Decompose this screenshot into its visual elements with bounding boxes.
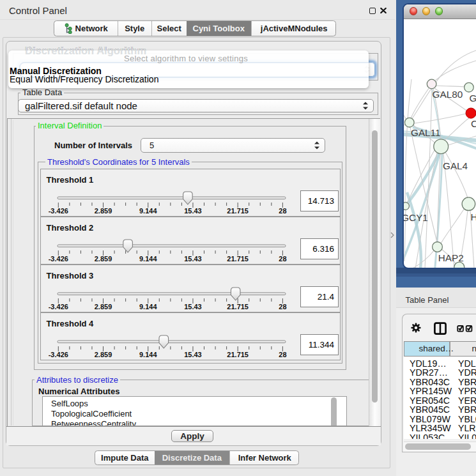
- svg-text:28: 28: [279, 351, 286, 358]
- svg-text:2.859: 2.859: [95, 351, 112, 358]
- svg-text:2.859: 2.859: [95, 303, 112, 311]
- svg-text:-3.426: -3.426: [49, 255, 68, 263]
- svg-text:21.715: 21.715: [227, 303, 249, 311]
- svg-text:-3.426: -3.426: [49, 207, 68, 215]
- svg-text:Threshold 2: Threshold 2: [47, 223, 94, 233]
- svg-text:9.144: 9.144: [139, 303, 157, 311]
- svg-text:28: 28: [279, 207, 286, 215]
- svg-text:9.144: 9.144: [139, 207, 157, 215]
- svg-text:C: C: [471, 118, 476, 128]
- svg-text:GAL11: GAL11: [411, 127, 441, 138]
- svg-text:H: H: [471, 211, 476, 222]
- svg-text:21.715: 21.715: [227, 207, 249, 215]
- svg-text:GAL80: GAL80: [433, 88, 463, 99]
- svg-text:15.43: 15.43: [184, 303, 202, 311]
- svg-text:HAP2: HAP2: [438, 252, 464, 263]
- svg-text:21.715: 21.715: [227, 255, 249, 263]
- svg-text:2.859: 2.859: [95, 207, 112, 215]
- svg-text:Threshold 1: Threshold 1: [47, 175, 94, 185]
- svg-text:9.144: 9.144: [139, 255, 157, 263]
- svg-text:GCY1: GCY1: [404, 212, 428, 223]
- svg-text:Threshold 3: Threshold 3: [47, 271, 94, 280]
- svg-text:GA: GA: [469, 93, 476, 104]
- svg-text:15.43: 15.43: [184, 255, 202, 263]
- svg-text:21.715: 21.715: [227, 351, 249, 358]
- svg-text:-3.426: -3.426: [49, 351, 68, 358]
- svg-text:GAL4: GAL4: [443, 160, 468, 171]
- svg-text:28: 28: [279, 303, 286, 311]
- svg-text:-3.426: -3.426: [49, 303, 68, 311]
- svg-text:15.43: 15.43: [184, 351, 202, 358]
- svg-text:2.859: 2.859: [95, 255, 112, 263]
- svg-text:15.43: 15.43: [184, 207, 202, 215]
- svg-text:9.144: 9.144: [139, 351, 157, 358]
- svg-text:Threshold 4: Threshold 4: [47, 319, 94, 328]
- svg-text:28: 28: [279, 255, 286, 263]
